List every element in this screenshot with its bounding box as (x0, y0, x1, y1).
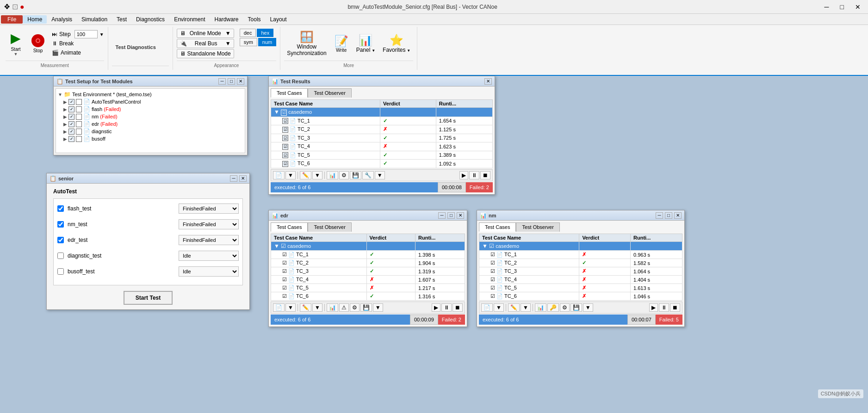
toolbar-play-btn[interactable]: ▶ (459, 171, 468, 179)
nm-toolbar-btn-6[interactable]: 🔑 (547, 303, 559, 312)
menu-environment[interactable]: Environment (169, 15, 210, 24)
edr-toolbar-btn-8[interactable]: 💾 (360, 303, 372, 312)
edr-toolbar-btn-5[interactable]: 📊 (327, 303, 338, 312)
test-edr-close[interactable]: ✕ (457, 212, 464, 219)
senior-titlebar[interactable]: 📋 senior ─ ✕ (47, 173, 249, 184)
toolbar-btn-1[interactable]: 📄 (273, 171, 285, 179)
stop-button[interactable]: Stop (28, 32, 48, 55)
dec-button[interactable]: dec (240, 29, 256, 37)
test-edr-titlebar[interactable]: 📊 edr ─ □ ✕ (269, 210, 467, 221)
edr-toolbar-btn-9[interactable]: ▼ (373, 303, 383, 312)
toolbar-btn-3[interactable]: ✏️ (300, 171, 311, 179)
autopanel-check[interactable]: ✓ (68, 99, 74, 105)
senior-minimize[interactable]: ─ (230, 175, 237, 182)
edr-toolbar-btn-4[interactable]: ▼ (312, 303, 322, 312)
test-nm-maximize[interactable]: □ (665, 212, 672, 219)
sym-button[interactable]: sym (240, 38, 257, 46)
nm-test-status[interactable]: FinishedFailed (179, 219, 239, 229)
table-row[interactable]: ☑ 📄 TC_2 ✓ 1.582 s (479, 259, 682, 267)
step-button[interactable]: ⏭ Step (50, 30, 73, 38)
minimize-button[interactable]: ─ (821, 2, 833, 12)
write-button[interactable]: 📝 Write (331, 33, 352, 55)
nm-test-check[interactable] (57, 221, 64, 228)
toolbar-pause-btn[interactable]: ⏸ (469, 171, 479, 179)
toolbar-btn-7[interactable]: 💾 (350, 171, 361, 179)
edr-toolbar-play[interactable]: ▶ (432, 303, 440, 312)
test-nm-minimize[interactable]: ─ (656, 212, 663, 219)
edr-check[interactable]: ✓ (68, 121, 74, 127)
menu-test[interactable]: Test (112, 15, 131, 24)
panel-button[interactable]: 📊 Panel ▼ (353, 32, 378, 55)
nm-sub-check[interactable] (76, 114, 82, 120)
table-row[interactable]: ☑ 📄 TC_1 ✗ 0.963 s (479, 251, 682, 259)
edr-toolbar-btn-2[interactable]: ▼ (285, 303, 296, 312)
table-row[interactable]: ☑ 📄 TC_4 ✗ 1.607 s (271, 276, 465, 284)
favorites-button[interactable]: ⭐ Favorites ▼ (380, 32, 413, 55)
table-row[interactable]: ☑ 📄 TC_5 ✓ 1.389 s (271, 151, 493, 160)
nm-toolbar-btn-7[interactable]: ⚙ (560, 303, 570, 312)
nm-toolbar-stop[interactable]: ⏹ (670, 303, 680, 312)
start-test-button[interactable]: Start Test (124, 291, 173, 305)
tree-item-nm[interactable]: ▶ ✓ 📄 nm (Failed) (58, 113, 243, 120)
toolbar-stop-btn[interactable]: ⏹ (480, 171, 490, 179)
table-row[interactable]: ☑ 📄 TC_5 ✗ 1.613 s (479, 284, 682, 292)
nm-toolbar-btn-4[interactable]: ▼ (521, 303, 531, 312)
table-row[interactable]: ☑ 📄 TC_4 ✗ 1.404 s (479, 276, 682, 284)
nm-toolbar-btn-2[interactable]: ▼ (494, 303, 504, 312)
test-edr-maximize[interactable]: □ (447, 212, 455, 219)
flash-test-check[interactable] (57, 205, 64, 212)
tree-item-edr[interactable]: ▶ ✓ 📄 edr (Failed) (58, 120, 243, 128)
busoff-test-status[interactable]: Idle (179, 266, 239, 277)
flash-test-status[interactable]: FinishedFailed (179, 203, 239, 214)
test-setup-close[interactable]: ✕ (237, 78, 244, 85)
nm-toolbar-btn-1[interactable]: 📄 (481, 303, 493, 312)
edr-toolbar-pause[interactable]: ⏸ (441, 303, 452, 312)
tab-test-observer-main[interactable]: Test Observer (308, 88, 351, 98)
table-row[interactable]: ▼ ☑ casedemo (271, 108, 493, 117)
tree-item-root[interactable]: ▼ 📁 Test Environment * (test_demo.tse) (58, 91, 243, 98)
nm-toolbar-btn-3[interactable]: ✏️ (508, 303, 520, 312)
diagnstic-check[interactable]: ✓ (68, 129, 74, 135)
tab-test-cases-edr[interactable]: Test Cases (271, 222, 308, 232)
table-row[interactable]: ▼ ☑ casedemo (271, 242, 465, 251)
window-controls[interactable]: ─ □ ✕ (821, 2, 864, 12)
toolbar-btn-5[interactable]: 📊 (327, 171, 338, 179)
flash-sub-check[interactable] (76, 106, 82, 112)
nm-toolbar-btn-5[interactable]: 📊 (535, 303, 546, 312)
num-button[interactable]: num (258, 38, 276, 46)
animate-button[interactable]: 🎬 Animate (50, 49, 104, 57)
close-button[interactable]: ✕ (851, 2, 864, 12)
step-input[interactable] (74, 30, 98, 38)
toolbar-btn-2[interactable]: ▼ (285, 171, 296, 179)
table-row[interactable]: ☑ 📄 TC_6 ✗ 1.046 s (479, 292, 682, 301)
table-row[interactable]: ☑ 📄 TC_2 ✓ 1.904 s (271, 259, 465, 267)
menu-analysis[interactable]: Analysis (47, 15, 77, 24)
nm-toolbar-btn-9[interactable]: ▼ (583, 303, 593, 312)
diagnstic-sub-check[interactable] (76, 129, 82, 135)
edr-toolbar-btn-7[interactable]: ⚙ (350, 303, 360, 312)
test-main-close[interactable]: ✕ (484, 78, 492, 85)
tree-item-busoff[interactable]: ▶ ✓ 📄 busoff (58, 135, 243, 142)
diagnstic-test-status[interactable]: Idle (179, 251, 239, 261)
edr-test-status[interactable]: FinishedFailed (179, 235, 239, 245)
edr-toolbar-btn-1[interactable]: 📄 (273, 303, 285, 312)
busoff-test-check[interactable] (57, 268, 64, 275)
nm-check[interactable]: ✓ (68, 114, 74, 120)
test-nm-titlebar[interactable]: 📊 nm ─ □ ✕ (477, 210, 684, 221)
hex-button[interactable]: hex (257, 29, 273, 37)
toolbar-btn-4[interactable]: ▼ (312, 171, 322, 179)
table-row[interactable]: ☑ 📄 TC_3 ✓ 1.725 s (271, 134, 493, 142)
table-row[interactable]: ☑ 📄 TC_2 ✗ 1.125 s (271, 125, 493, 134)
real-bus-button[interactable]: 🔌 Real Bus ▼ (177, 39, 234, 48)
toolbar-btn-8[interactable]: 🔧 (362, 171, 374, 179)
table-row[interactable]: ☑ 📄 TC_3 ✓ 1.319 s (271, 267, 465, 276)
tab-test-observer-edr[interactable]: Test Observer (308, 222, 351, 232)
start-button[interactable]: ▶ Start ▼ (6, 29, 26, 58)
step-dropdown-icon[interactable]: ▼ (99, 32, 104, 37)
edr-toolbar-stop[interactable]: ⏹ (453, 303, 463, 312)
maximize-button[interactable]: □ (837, 2, 848, 12)
senior-close[interactable]: ✕ (239, 175, 247, 182)
menu-simulation[interactable]: Simulation (77, 15, 112, 24)
nm-toolbar-pause[interactable]: ⏸ (659, 303, 669, 312)
test-nm-close[interactable]: ✕ (674, 212, 682, 219)
